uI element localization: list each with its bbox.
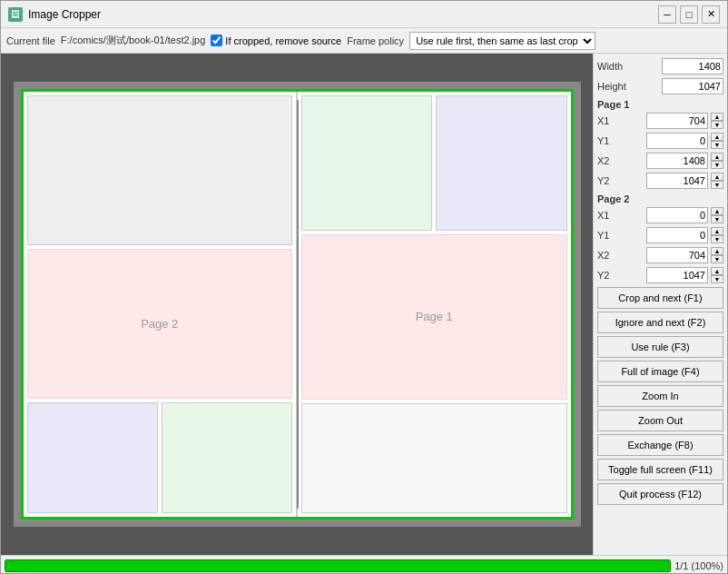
p1-y2-up[interactable]: ▲ [711,173,723,181]
p1-x2-input[interactable] [646,153,708,169]
left-panel-mid: Page 2 [27,249,293,399]
left-bottom-left [27,402,158,513]
progress-bar [5,559,671,572]
p1-x1-row: X1 ▲ ▼ [597,112,723,130]
window-controls: ─ □ ✕ [658,5,720,24]
ignore-next-button[interactable]: Ignore and next (F2) [597,312,723,333]
left-panel-top [27,95,293,245]
file-path: F:/comics/测试/book-01/test2.jpg [61,34,206,47]
p2-x2-row: X2 ▲ ▼ [597,246,723,264]
p2-y1-input[interactable] [646,227,708,243]
p2-x2-spinner: ▲ ▼ [711,247,723,263]
titlebar: 🖼 Image Cropper ─ □ ✕ [1,1,727,28]
remove-source-group: If cropped, remove source [211,35,341,46]
page-divider [297,100,299,509]
p2-y1-up[interactable]: ▲ [711,227,723,235]
p2-x1-row: X1 ▲ ▼ [597,206,723,224]
p2-x2-down[interactable]: ▼ [711,255,723,263]
p2-y1-row: Y1 ▲ ▼ [597,226,723,244]
p1-y1-spinner: ▲ ▼ [711,133,723,149]
app-icon: 🖼 [8,7,23,22]
p1-x1-up[interactable]: ▲ [711,113,723,121]
p1-x2-row: X2 ▲ ▼ [597,152,723,170]
p1-x2-spinner: ▲ ▼ [711,153,723,169]
quit-process-button[interactable]: Quit process (F12) [597,483,723,505]
progress-bar-fill [5,560,670,571]
p2-x1-down[interactable]: ▼ [711,215,723,223]
crop-next-button[interactable]: Crop and next (F1) [597,287,723,309]
p2-y2-input[interactable] [646,267,708,283]
p1-y2-down[interactable]: ▼ [711,181,723,189]
height-row: Height [597,77,723,95]
p2-y2-spinner: ▲ ▼ [711,267,723,283]
p2-x2-input[interactable] [646,247,708,263]
progress-text: 1/1 (100%) [674,560,723,571]
right-top-right [436,95,566,231]
height-input-group [662,78,723,94]
canvas-area: Page 2 Page 1 [1,54,593,555]
right-panel-mid: Page 1 [301,234,567,399]
frame-policy-select[interactable]: Use rule first, then same as last crop [409,32,595,50]
minimize-button[interactable]: ─ [658,5,676,24]
zoom-in-button[interactable]: Zoom In [597,385,723,407]
full-image-button[interactable]: Full of image (F4) [597,361,723,382]
remove-source-checkbox[interactable] [211,35,222,46]
toggle-fullscreen-button[interactable]: Toggle full screen (F11) [597,459,723,480]
p1-y1-input[interactable] [646,133,708,149]
width-input-group [662,58,723,74]
width-label: Width [597,61,623,72]
page1-section: Page 1 [597,99,723,110]
image-container[interactable]: Page 2 Page 1 [14,82,581,527]
right-panel-top [301,95,567,231]
page2-section: Page 2 [597,193,723,204]
p2-y1-spinner: ▲ ▼ [711,227,723,243]
main-content: Page 2 Page 1 [1,54,727,555]
width-row: Width [597,57,723,75]
p2-x1-spinner: ▲ ▼ [711,207,723,223]
p2-x2-up[interactable]: ▲ [711,247,723,255]
remove-source-label: If cropped, remove source [225,35,341,46]
p1-y2-row: Y2 ▲ ▼ [597,172,723,190]
frame-policy-label: Frame policy [347,35,404,46]
p1-x1-down[interactable]: ▼ [711,121,723,129]
statusbar: 1/1 (100%) [1,555,727,574]
close-button[interactable]: ✕ [702,5,720,24]
p2-y1-down[interactable]: ▼ [711,235,723,243]
p2-y2-up[interactable]: ▲ [711,267,723,275]
p1-x2-up[interactable]: ▲ [711,153,723,161]
p2-y2-row: Y2 ▲ ▼ [597,266,723,284]
page-right: Page 1 [297,91,572,518]
p1-x2-down[interactable]: ▼ [711,161,723,169]
p1-y1-up[interactable]: ▲ [711,133,723,141]
right-top-left [301,95,432,231]
p2-x1-input[interactable] [646,207,708,223]
p2-x1-up[interactable]: ▲ [711,207,723,215]
width-input[interactable] [662,58,723,74]
p1-y2-spinner: ▲ ▼ [711,173,723,189]
p1-x1-input[interactable] [646,113,708,129]
height-input[interactable] [662,78,723,94]
left-panel-bottom [27,402,293,513]
maximize-button[interactable]: □ [680,5,698,24]
sidebar: Width Height Page 1 X1 ▲ ▼ Y1 [593,54,727,555]
p1-y1-row: Y1 ▲ ▼ [597,132,723,150]
right-panel-bottom [301,403,567,513]
zoom-out-button[interactable]: Zoom Out [597,410,723,431]
use-rule-button[interactable]: Use rule (F3) [597,336,723,358]
toolbar: Current file F:/comics/测试/book-01/test2.… [1,28,727,54]
app-title: Image Cropper [28,8,658,21]
p1-y2-input[interactable] [646,173,708,189]
current-file-label: Current file [6,35,55,46]
p2-y2-down[interactable]: ▼ [711,275,723,283]
left-bottom-right [162,402,292,513]
page-left: Page 2 [23,91,298,518]
height-label: Height [597,81,626,92]
exchange-button[interactable]: Exchange (F8) [597,434,723,456]
p1-x1-spinner: ▲ ▼ [711,113,723,129]
p1-y1-down[interactable]: ▼ [711,141,723,149]
pages-spread: Page 2 Page 1 [23,91,572,518]
